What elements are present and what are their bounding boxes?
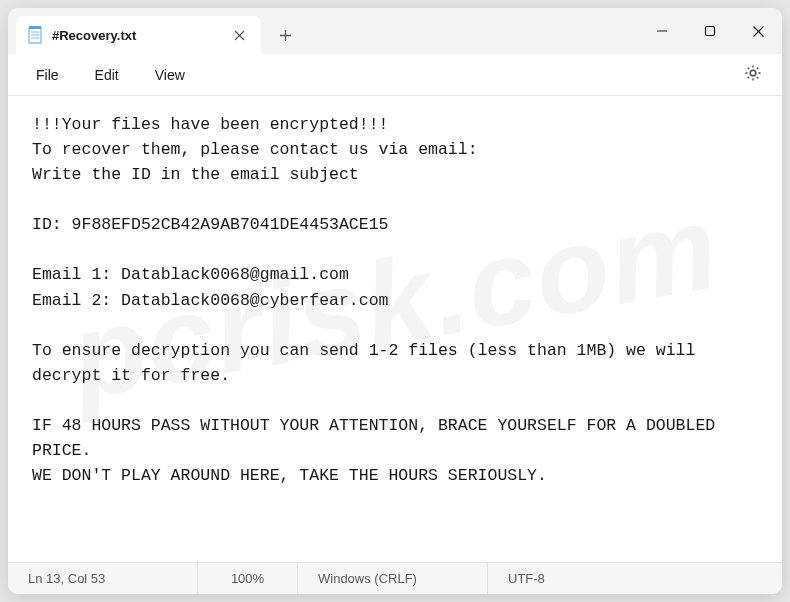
active-tab[interactable]: #Recovery.txt	[16, 16, 261, 54]
svg-point-13	[750, 70, 756, 76]
svg-rect-0	[29, 28, 41, 43]
status-encoding[interactable]: UTF-8	[488, 563, 782, 594]
close-window-button[interactable]	[734, 8, 782, 54]
close-tab-icon[interactable]	[227, 23, 251, 47]
menu-edit[interactable]: Edit	[79, 61, 135, 89]
menubar: File Edit View	[8, 54, 782, 96]
settings-button[interactable]	[736, 58, 770, 92]
minimize-button[interactable]	[638, 8, 686, 54]
gear-icon	[743, 63, 763, 87]
tab-area: #Recovery.txt	[8, 8, 303, 54]
menu-view[interactable]: View	[139, 61, 201, 89]
menu-file[interactable]: File	[20, 61, 75, 89]
maximize-button[interactable]	[686, 8, 734, 54]
titlebar: #Recovery.txt	[8, 8, 782, 54]
notepad-window: #Recovery.txt File Edit View	[8, 8, 782, 594]
status-zoom[interactable]: 100%	[198, 563, 298, 594]
status-line-ending[interactable]: Windows (CRLF)	[298, 563, 488, 594]
text-content-area[interactable]: !!!Your files have been encrypted!!! To …	[8, 96, 782, 562]
status-cursor[interactable]: Ln 13, Col 53	[8, 563, 198, 594]
notepad-icon	[26, 26, 44, 44]
statusbar: Ln 13, Col 53 100% Windows (CRLF) UTF-8	[8, 562, 782, 594]
document-text: !!!Your files have been encrypted!!! To …	[32, 112, 758, 488]
tab-title: #Recovery.txt	[52, 28, 179, 43]
new-tab-button[interactable]	[267, 16, 303, 54]
svg-rect-1	[29, 26, 41, 29]
window-controls	[638, 8, 782, 54]
svg-rect-10	[706, 27, 715, 36]
